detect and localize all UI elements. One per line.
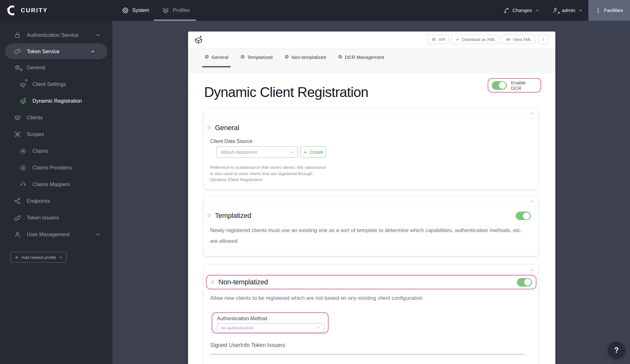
- sidebar-item-clients[interactable]: Clients: [0, 109, 112, 126]
- changes-menu[interactable]: Changes: [503, 0, 540, 21]
- gear-icon: ⚙: [207, 213, 211, 218]
- ticket-icon: [13, 48, 21, 55]
- admin-user-menu[interactable]: ⚙ admin: [552, 0, 583, 21]
- section-collapse-bar: [204, 196, 539, 206]
- help-button[interactable]: ?: [608, 342, 625, 359]
- sidebar-item-label: Authentication Service: [27, 32, 78, 38]
- signed-userinfo-token-issuers-label: Signed UserInfo Token Issuers: [210, 342, 285, 349]
- toggle-knob: [499, 82, 506, 89]
- curity-logo[interactable]: CURITY: [6, 0, 48, 21]
- kebab-vertical-icon: [541, 37, 546, 42]
- sidebar-item-label: Token Service: [27, 48, 60, 54]
- claims-download-icon: [19, 164, 27, 171]
- chevron-down-icon: [95, 32, 100, 38]
- tab-templatized[interactable]: ⚙ Templatized: [238, 48, 275, 67]
- api-button-label: API: [438, 37, 445, 42]
- enable-dcr-highlight-box: Enable DCR: [488, 78, 541, 93]
- api-hub-icon: [431, 37, 436, 42]
- chevron-up-icon[interactable]: [529, 199, 534, 204]
- sidebar: Authentication Service Token Service ⚙ ⚙…: [0, 21, 112, 364]
- more-options-button[interactable]: [538, 35, 548, 44]
- sidebar-item-label: Scopes: [27, 131, 44, 137]
- non-templatized-toggle[interactable]: [517, 278, 532, 287]
- sidebar-item-general[interactable]: ⚙ ⚙ General: [0, 59, 112, 76]
- chevron-down-icon: [59, 255, 63, 259]
- tab-general[interactable]: ⚙ General: [202, 48, 231, 67]
- authentication-method-select[interactable]: no-authentication: [217, 323, 324, 333]
- curity-logo-icon: [6, 5, 18, 16]
- client-data-source-select[interactable]: default-datasource: [216, 146, 298, 158]
- topnav-system[interactable]: System: [122, 0, 149, 21]
- sidebar-item-user-management[interactable]: User Management: [0, 226, 112, 243]
- sidebar-item-label: Claims Mappers: [32, 181, 70, 187]
- section-templatized-heading: ⚙ Templatized: [207, 212, 251, 220]
- tab-general-label: General: [211, 54, 228, 60]
- authentication-method-value: no-authentication: [221, 326, 254, 330]
- title-row: Dynamic Client Registration Enable DCR: [188, 72, 555, 110]
- logo-text: CURITY: [21, 7, 48, 14]
- sidebar-item-endpoints[interactable]: Endpoints: [0, 193, 112, 209]
- chevron-up-icon: [90, 49, 95, 54]
- chevron-down-icon: [289, 150, 294, 155]
- gear-icon: ⚙: [207, 126, 211, 130]
- section-templatized: ⚙ Templatized Newly registered clients m…: [204, 196, 539, 256]
- add-related-profile-label: Add related profile: [21, 255, 56, 260]
- sidebar-item-scopes[interactable]: Scopes: [0, 126, 112, 143]
- facilities-button[interactable]: ⋮ Facilities: [588, 0, 630, 21]
- sidebar-item-token-service[interactable]: Token Service: [5, 43, 107, 59]
- sidebar-item-authentication-service[interactable]: Authentication Service: [0, 27, 112, 43]
- card-actions: API Download as XML View XML: [427, 35, 548, 44]
- git-branch-icon: [503, 7, 510, 14]
- download-xml-label: Download as XML: [462, 37, 495, 42]
- chevron-down-icon: [316, 326, 320, 330]
- kebab-vertical-icon: ⋮: [595, 7, 601, 14]
- cube-icon: [13, 114, 21, 121]
- non-templatized-description: Allow new clients to be registered which…: [210, 293, 530, 304]
- active-nav-indicator: [154, 20, 196, 21]
- sidebar-item-token-issuers[interactable]: Token Issuers: [0, 209, 112, 226]
- plus-icon: [14, 255, 19, 260]
- sidebar-item-label: Endpoints: [27, 198, 50, 204]
- section-non-templatized-title: Non-templatized: [218, 278, 268, 286]
- topnav-system-label: System: [132, 8, 149, 13]
- section-non-templatized: ⚙ Non-templatized Allow new clients to b…: [204, 264, 539, 364]
- view-xml-button[interactable]: View XML: [502, 35, 535, 44]
- section-general-title: General: [215, 124, 239, 132]
- sidebar-item-label: Clients: [27, 115, 43, 121]
- api-button[interactable]: API: [427, 35, 449, 44]
- swap-arrows-icon: [19, 181, 27, 188]
- view-xml-label: View XML: [513, 37, 531, 42]
- section-templatized-title: Templatized: [215, 212, 251, 220]
- tab-dcr-management[interactable]: ⚙ DCR Management: [336, 48, 387, 67]
- chevron-up-icon[interactable]: [529, 268, 534, 272]
- question-mark-icon: ?: [614, 346, 619, 355]
- sidebar-item-client-settings[interactable]: ⚙ Client Settings: [0, 76, 112, 93]
- download-arrow-icon: [455, 37, 460, 42]
- enable-dcr-toggle[interactable]: [492, 81, 507, 90]
- tab-non-templatized[interactable]: ⚙ Non-templatized: [282, 48, 328, 67]
- sidebar-item-dynamic-registration[interactable]: Dynamic Registration: [0, 93, 112, 109]
- topnav-profiles[interactable]: Profiles: [162, 0, 190, 21]
- authentication-method-label: Authentication Method: [217, 316, 323, 321]
- download-xml-button[interactable]: Download as XML: [451, 35, 499, 44]
- chevron-up-icon[interactable]: [529, 111, 534, 116]
- tab-templatized-label: Templatized: [247, 54, 272, 60]
- section-general-heading: ⚙ General: [207, 124, 239, 132]
- add-related-profile-button[interactable]: Add related profile: [10, 252, 66, 263]
- chevron-down-icon: [578, 8, 583, 13]
- topbar: CURITY System Profiles Changes: [0, 0, 630, 21]
- sidebar-item-claims-providers[interactable]: Claims Providers: [0, 159, 112, 176]
- section-collapse-bar: [204, 108, 539, 118]
- plus-icon: [303, 150, 307, 155]
- sidebar-item-label: Client Settings: [32, 81, 66, 87]
- sidebar-item-label: Claims Providers: [32, 165, 72, 171]
- sidebar-item-claims[interactable]: Claims: [0, 143, 112, 159]
- create-datasource-button[interactable]: Create: [300, 146, 326, 158]
- sidebar-item-label: General: [27, 65, 45, 71]
- sidebar-item-claims-mappers[interactable]: Claims Mappers: [0, 176, 112, 193]
- sidebar-item-label: Dynamic Registration: [32, 98, 82, 104]
- sidebar-item-label: Token Issuers: [27, 215, 59, 221]
- templatized-toggle[interactable]: [516, 212, 531, 220]
- section-general: ⚙ General Client Data Source default-dat…: [204, 108, 539, 189]
- chevron-down-icon: [535, 8, 540, 13]
